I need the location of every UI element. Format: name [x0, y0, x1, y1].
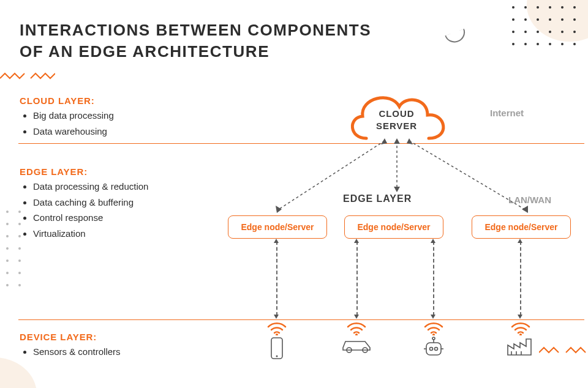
edge-node-1: Edge node/Server — [228, 215, 327, 239]
arrow-down — [274, 315, 279, 319]
device-phone — [257, 319, 296, 360]
cloud-server-label: CLOUD SERVER — [343, 108, 450, 133]
cloud-server-node: CLOUD SERVER — [343, 87, 450, 145]
svg-point-23 — [573, 43, 576, 45]
edge-layer-bullets: Data processing & reduction Data caching… — [22, 179, 148, 241]
svg-point-14 — [537, 31, 539, 33]
wifi-icon — [345, 319, 368, 335]
svg-point-34 — [6, 247, 9, 250]
svg-point-32 — [18, 235, 21, 237]
edge-node-3: Edge node/Server — [472, 215, 571, 239]
svg-marker-48 — [381, 138, 387, 144]
edge-device-connector — [276, 241, 277, 316]
svg-point-63 — [435, 348, 438, 351]
arrow-up — [518, 239, 522, 243]
svg-point-2 — [537, 6, 539, 9]
arrow-up — [354, 239, 359, 243]
decor-zigzag-left — [0, 70, 55, 82]
device-layer-bullets: Sensors & controllers — [22, 344, 121, 360]
edge-device-connector — [520, 241, 521, 316]
cloud-edge-connectors — [227, 138, 557, 214]
svg-point-28 — [6, 223, 9, 225]
divider-edge-device — [18, 319, 584, 320]
cloud-bullet: Data warehousing — [33, 124, 114, 140]
svg-point-19 — [524, 43, 527, 45]
arrow-up — [431, 239, 435, 243]
edge-bullet: Control response — [33, 210, 148, 226]
arrow-down — [431, 315, 435, 319]
edge-layer-heading: EDGE LAYER: — [20, 166, 88, 177]
svg-point-13 — [524, 31, 527, 33]
svg-point-10 — [561, 18, 564, 21]
wifi-icon — [266, 319, 288, 335]
wifi-icon — [510, 319, 532, 335]
robot-icon — [420, 337, 447, 357]
wifi-icon — [423, 319, 445, 335]
decor-half-circle — [445, 29, 468, 46]
diagram-title: INTERACTIONS BETWEEN COMPONENTS OF AN ED… — [20, 20, 371, 62]
svg-marker-53 — [522, 206, 528, 213]
decor-zigzag-right — [539, 344, 588, 356]
svg-point-3 — [549, 6, 551, 9]
svg-point-15 — [549, 31, 551, 33]
svg-marker-52 — [407, 138, 413, 144]
svg-point-43 — [6, 284, 9, 286]
decor-blob-bottom — [0, 357, 37, 388]
svg-point-40 — [6, 272, 9, 274]
svg-point-65 — [432, 337, 435, 340]
arrow-down — [518, 315, 522, 319]
cloud-layer-bullets: Big data processing Data warehousing — [22, 108, 114, 139]
svg-point-1 — [524, 6, 527, 9]
svg-marker-49 — [276, 206, 282, 213]
internet-label: Internet — [490, 108, 524, 118]
svg-point-62 — [430, 348, 433, 351]
svg-point-38 — [18, 259, 21, 262]
svg-point-44 — [18, 284, 21, 286]
svg-point-5 — [573, 6, 576, 9]
svg-point-31 — [6, 235, 9, 237]
device-factory — [501, 319, 540, 357]
svg-point-56 — [276, 356, 278, 357]
car-icon — [339, 337, 374, 354]
svg-point-41 — [18, 272, 21, 274]
svg-line-47 — [409, 141, 527, 211]
edge-bullet: Virtualization — [33, 226, 148, 242]
factory-icon — [505, 337, 536, 357]
svg-point-0 — [512, 6, 514, 9]
edge-device-connector — [356, 241, 358, 316]
svg-point-37 — [6, 259, 9, 262]
svg-point-17 — [573, 31, 576, 33]
svg-point-54 — [276, 334, 278, 335]
device-bullet: Sensors & controllers — [33, 344, 121, 360]
svg-point-11 — [573, 18, 576, 21]
svg-marker-50 — [394, 138, 400, 144]
diagram-canvas: INTERACTIONS BETWEEN COMPONENTS OF AN ED… — [0, 0, 588, 388]
svg-point-68 — [519, 334, 522, 335]
svg-point-57 — [355, 334, 358, 335]
cloud-layer-heading: CLOUD LAYER: — [20, 95, 95, 106]
svg-point-6 — [512, 18, 514, 21]
svg-point-18 — [512, 43, 514, 45]
edge-bullet: Data caching & buffering — [33, 195, 148, 211]
phone-icon — [270, 337, 284, 360]
svg-point-29 — [18, 223, 21, 225]
svg-point-25 — [6, 211, 9, 213]
svg-point-21 — [549, 43, 551, 45]
edge-node-2: Edge node/Server — [344, 215, 443, 239]
edge-bullet: Data processing & reduction — [33, 179, 148, 195]
svg-point-7 — [524, 18, 527, 21]
device-robot — [414, 319, 453, 357]
svg-point-60 — [432, 334, 435, 335]
svg-point-9 — [549, 18, 551, 21]
svg-point-4 — [561, 6, 564, 9]
svg-line-45 — [277, 141, 385, 211]
svg-point-20 — [537, 43, 539, 45]
decor-dots-top — [510, 4, 577, 48]
edge-device-connector — [433, 241, 434, 316]
svg-marker-51 — [394, 187, 400, 192]
device-layer-heading: DEVICE LAYER: — [20, 332, 97, 342]
title-line-2: OF AN EDGE ARCHITECTURE — [20, 42, 270, 61]
arrow-up — [274, 239, 279, 243]
title-line-1: INTERACTIONS BETWEEN COMPONENTS — [20, 21, 371, 39]
svg-point-12 — [512, 31, 514, 33]
